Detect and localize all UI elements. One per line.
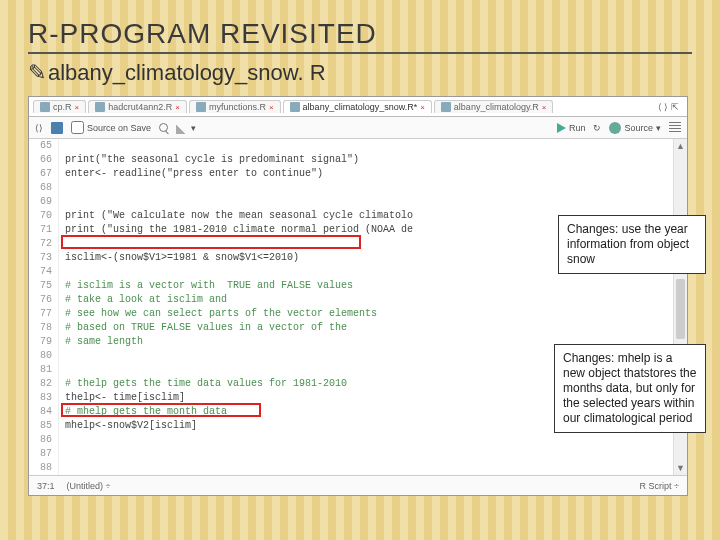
section-selector[interactable]: (Untitled) ÷ [67,481,111,491]
file-tab[interactable]: albany_climatology.R× [434,100,554,113]
editor-toolbar: ⟨⟩ Source on Save ▾ Run ↻ Source ▾ [29,117,687,139]
close-icon[interactable]: × [175,103,180,112]
rerun-button[interactable]: ↻ [593,122,601,134]
close-icon[interactable]: × [269,103,274,112]
wand-icon [176,122,188,134]
subtitle-bullet-icon: ✎ [28,60,46,85]
source-icon [609,122,621,134]
annotation-callout: Changes: mhelp is a new object thatstore… [554,344,706,433]
file-tab-active[interactable]: albany_climatology_snow.R*× [283,100,432,113]
save-button[interactable] [51,122,63,134]
find-button[interactable] [159,123,168,132]
search-icon [159,123,168,132]
cursor-position: 37:1 [37,481,55,491]
close-icon[interactable]: × [75,103,80,112]
annotation-callout: Changes: use the year information from o… [558,215,706,274]
editor-statusbar: 37:1 (Untitled) ÷ R Script ÷ [29,475,687,495]
file-icon [196,102,206,112]
back-forward-nav[interactable]: ⟨⟩ [35,123,43,133]
file-tab[interactable]: cp.R× [33,100,86,113]
file-icon [95,102,105,112]
outline-button[interactable] [669,122,681,134]
close-icon[interactable]: × [420,103,425,112]
tab-overflow-controls[interactable]: ⟨ ⟩ ⇱ [654,102,683,112]
source-on-save-input[interactable] [71,121,84,134]
slide-subtitle: ✎albany_climatology_snow. R [28,60,692,86]
code-tools-button[interactable]: ▾ [176,122,196,134]
file-icon [290,102,300,112]
run-button[interactable]: Run [557,122,586,134]
scroll-thumb[interactable] [676,279,685,339]
file-icon [40,102,50,112]
file-tab[interactable]: myfunctions.R× [189,100,281,113]
file-icon [441,102,451,112]
scroll-up-arrow-icon[interactable]: ▲ [674,139,687,153]
scroll-down-arrow-icon[interactable]: ▼ [674,461,687,475]
list-icon [669,122,681,134]
close-icon[interactable]: × [542,103,547,112]
subtitle-text: albany_climatology_snow. R [48,60,326,85]
language-mode[interactable]: R Script ÷ [640,481,679,491]
file-tab[interactable]: hadcrut4ann2.R× [88,100,187,113]
slide-title: R-PROGRAM REVISITED [28,18,692,54]
disk-icon [51,122,63,134]
play-icon [557,123,566,133]
rstudio-editor-pane: cp.R× hadcrut4ann2.R× myfunctions.R× alb… [28,96,688,496]
line-number-gutter: 6566676869707172737475767778798081828384… [29,139,59,475]
source-button[interactable]: Source ▾ [609,122,661,134]
source-on-save-checkbox[interactable]: Source on Save [71,121,151,134]
file-tab-bar: cp.R× hadcrut4ann2.R× myfunctions.R× alb… [29,97,687,117]
